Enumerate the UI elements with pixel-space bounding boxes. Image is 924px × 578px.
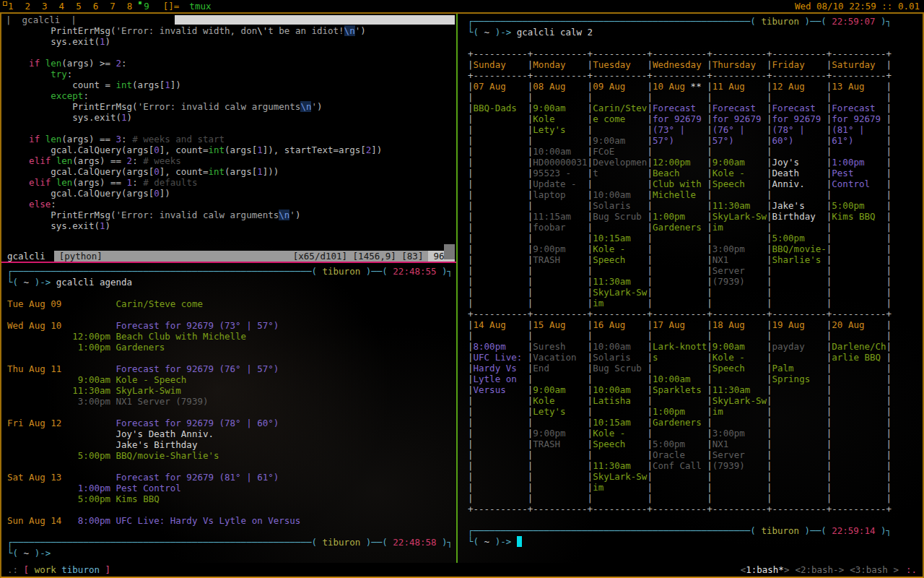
tmux-window-1[interactable]: <1:bash*> <box>741 564 790 575</box>
status-bracket-open: [ <box>24 564 30 575</box>
workspace-3[interactable]: 3 <box>35 1 53 12</box>
workspace-5[interactable]: 5 <box>69 1 87 12</box>
tmux-panes: | gcalcli | PrintErrMsg('Error: invalid … <box>1 14 923 563</box>
statusline-bar: [python] [x65/d101] [1456,9] [83] <box>54 251 429 262</box>
status-bracket-close: ] <box>105 564 111 575</box>
cursor <box>517 536 523 547</box>
vim-editor-pane[interactable]: | gcalcli | PrintErrMsg('Error: invalid … <box>1 14 456 262</box>
statusline-filetype: [python] <box>59 251 103 262</box>
terminal-output-left: ┌───────────────────────────────────────… <box>7 266 456 558</box>
session-name: work <box>35 564 56 575</box>
workspace-9[interactable]: 9 <box>137 1 154 12</box>
right-shell-pane[interactable]: ┌───────────────────────────────────────… <box>458 14 923 563</box>
vim-tabline-fill <box>175 15 455 25</box>
tmux-window-3[interactable]: <3:bash > <box>850 564 899 575</box>
workspace-4[interactable]: 4 <box>53 1 70 12</box>
terminal-output-right: ┌───────────────────────────────────────… <box>468 16 923 547</box>
workspace-2[interactable]: 2 <box>19 1 36 12</box>
workspace-badge <box>3 1 7 6</box>
workspace-1[interactable]: 1 <box>1 1 19 12</box>
left-column: | gcalcli | PrintErrMsg('Error: invalid … <box>1 14 456 563</box>
terminal-window: | gcalcli | PrintErrMsg('Error: invalid … <box>0 14 924 578</box>
status-right-dots: :. <box>906 564 917 575</box>
workspace-8[interactable]: 8 <box>121 1 138 12</box>
clock: Wed 08/10 22:59 :: 0.01 <box>795 0 924 12</box>
vim-tab-gcalcli[interactable]: | gcalcli | <box>1 14 175 25</box>
statusline-filename: gcalcli <box>1 251 54 262</box>
statusline-position: [x65/d101] [1456,9] [83] <box>293 251 424 262</box>
left-shell-pane[interactable]: ┌───────────────────────────────────────… <box>1 263 456 563</box>
workspace-list: 123456789 <box>1 0 154 12</box>
workspace-6[interactable]: 6 <box>87 1 104 12</box>
tmux-windows: <1:bash*><2:bash-><3:bash > <box>735 564 899 575</box>
vim-statusline: gcalcli [python] [x65/d101] [1456,9] [83… <box>1 250 456 262</box>
tmux-window-2[interactable]: <2:bash-> <box>795 564 844 575</box>
workspace-badge <box>139 1 141 4</box>
focused-window-title: tmux <box>189 0 211 12</box>
tmux-status-bar: .: [ work tiburon ] <1:bash*><2:bash-><3… <box>1 563 923 577</box>
vim-tabline: | gcalcli | <box>1 14 456 25</box>
session-host: tiburon <box>61 564 100 575</box>
wm-status-bar: 123456789 []= tmux Wed 08/10 22:59 :: 0.… <box>0 0 924 12</box>
status-left-dots: .: <box>7 564 18 575</box>
window-list: <1:bash*><2:bash-><3:bash > :. <box>735 564 917 575</box>
code-buffer: PrintErrMsg('Error: invalid width, don\'… <box>1 25 456 250</box>
workspace-7[interactable]: 7 <box>103 1 121 12</box>
layout-icon[interactable]: []= <box>163 0 180 12</box>
scrollbar-thumb[interactable] <box>444 244 455 259</box>
screen: 123456789 []= tmux Wed 08/10 22:59 :: 0.… <box>0 0 924 578</box>
